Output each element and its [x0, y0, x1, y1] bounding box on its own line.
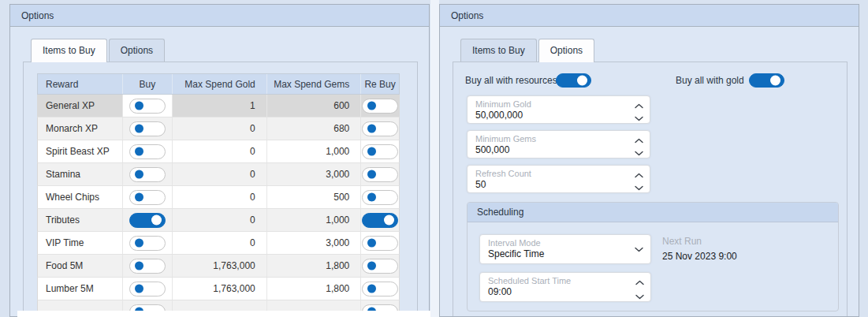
- reward-cell: Stamina: [38, 163, 123, 185]
- max-spend-gems-cell[interactable]: 1,000: [267, 209, 362, 231]
- chevron-down-icon[interactable]: [635, 182, 643, 188]
- re-buy-toggle[interactable]: [362, 167, 398, 182]
- buy-cell: [123, 209, 173, 231]
- re-buy-toggle[interactable]: [362, 282, 398, 296]
- column-header-buy[interactable]: Buy: [123, 74, 173, 94]
- max-spend-gems-cell[interactable]: 680: [267, 117, 362, 140]
- left-options-panel: Options Items to Buy Options Reward Buy …: [9, 4, 430, 317]
- max-spend-gold-cell[interactable]: 0: [173, 209, 267, 231]
- toggle-knob: [770, 76, 780, 86]
- buy-cell: [123, 140, 173, 162]
- table-row[interactable]: Monarch XP 0 680: [37, 117, 400, 140]
- table-row[interactable]: Spirit Beast XP 0 1,000: [37, 140, 400, 163]
- reward-cell: Spirit Beast XP: [38, 140, 123, 162]
- column-header-reward[interactable]: Reward: [38, 74, 123, 94]
- chevron-down-icon[interactable]: [635, 291, 644, 297]
- refresh-count-field[interactable]: Refresh Count 50: [467, 165, 650, 193]
- chevron-up-icon[interactable]: [635, 170, 643, 176]
- reward-cell: Lumber 5M: [38, 278, 123, 300]
- max-spend-gems-cell[interactable]: 3,000: [267, 163, 362, 185]
- max-spend-gold-cell[interactable]: 0: [173, 232, 267, 254]
- max-spend-gold-cell[interactable]: 0: [173, 186, 267, 208]
- scheduled-start-time-field[interactable]: Scheduled Start Time 09:00: [479, 272, 651, 302]
- table-row[interactable]: Tributes 0 1,000: [37, 209, 400, 232]
- scheduling-group: Scheduling Interval Mode Specific Time N…: [467, 202, 839, 311]
- max-spend-gems-cell[interactable]: 1,800: [267, 255, 362, 277]
- re-buy-cell: [361, 186, 399, 208]
- buy-toggle[interactable]: [129, 99, 166, 114]
- buy-toggle[interactable]: [129, 282, 166, 296]
- next-run-label: Next Run: [662, 236, 737, 248]
- interval-mode-dropdown[interactable]: Interval Mode Specific Time: [479, 234, 651, 264]
- max-spend-gold-cell[interactable]: 0: [173, 163, 267, 185]
- chevron-down-icon[interactable]: [635, 244, 643, 255]
- column-header-max-spend-gold[interactable]: Max Spend Gold: [173, 74, 267, 94]
- buy-toggle[interactable]: [129, 259, 166, 274]
- buy-all-with-gold-label: Buy all with gold: [676, 73, 744, 88]
- max-spend-gems-cell[interactable]: 500: [267, 186, 362, 208]
- chevron-up-icon[interactable]: [635, 100, 643, 106]
- buy-cell: [123, 163, 173, 185]
- re-buy-toggle[interactable]: [362, 259, 398, 274]
- spinner-buttons: [633, 135, 644, 154]
- tab-items-to-buy[interactable]: Items to Buy: [460, 39, 537, 62]
- re-buy-toggle[interactable]: [362, 236, 398, 251]
- re-buy-toggle[interactable]: [362, 99, 398, 114]
- tab-options[interactable]: Options: [538, 39, 594, 62]
- toggle-knob: [135, 262, 143, 270]
- items-to-buy-page: Reward Buy Max Spend Gold Max Spend Gems…: [23, 62, 418, 316]
- re-buy-toggle[interactable]: [362, 121, 398, 136]
- re-buy-toggle[interactable]: [362, 213, 398, 228]
- scheduling-group-header: Scheduling: [468, 203, 838, 222]
- max-spend-gold-cell[interactable]: 1,763,000: [173, 255, 267, 277]
- toggle-knob: [135, 170, 143, 179]
- max-spend-gold-cell[interactable]: 1: [173, 95, 267, 117]
- buy-all-with-gold-toggle[interactable]: [749, 73, 784, 88]
- tab-items-to-buy[interactable]: Items to Buy: [31, 39, 107, 62]
- table-row[interactable]: VIP Time 0 3,000: [37, 232, 400, 255]
- buy-toggle[interactable]: [129, 121, 166, 136]
- chevron-down-icon[interactable]: [635, 113, 643, 119]
- buy-toggle[interactable]: [129, 167, 166, 182]
- buy-toggle[interactable]: [129, 190, 166, 205]
- buy-cell: [123, 255, 173, 277]
- table-row[interactable]: Wheel Chips 0 500: [37, 186, 400, 209]
- max-spend-gems-cell[interactable]: 600: [267, 95, 362, 117]
- table-row[interactable]: General XP 1 600: [37, 95, 400, 117]
- buy-toggle[interactable]: [129, 236, 166, 251]
- buy-all-with-resources-toggle[interactable]: [556, 73, 591, 88]
- re-buy-cell: [361, 117, 399, 140]
- chevron-down-icon[interactable]: [635, 147, 643, 154]
- table-row[interactable]: Lumber 5M 1,763,000 1,800: [37, 278, 400, 300]
- table-row[interactable]: Stamina 0 3,000: [37, 163, 400, 186]
- refresh-count-label: Refresh Count: [475, 168, 629, 179]
- toggle-knob: [135, 147, 143, 156]
- max-spend-gold-cell[interactable]: 0: [173, 117, 267, 140]
- spinner-buttons: [634, 277, 645, 297]
- buy-toggle[interactable]: [129, 144, 166, 159]
- right-tab-bar: Items to Buy Options: [460, 39, 596, 62]
- minimum-gold-field[interactable]: Minimum Gold 50,000,000: [467, 95, 650, 124]
- window-edge: [17, 311, 430, 317]
- max-spend-gold-cell[interactable]: 0: [173, 140, 267, 162]
- tab-options[interactable]: Options: [109, 39, 165, 62]
- minimum-gems-field[interactable]: Minimum Gems 500,000: [467, 130, 650, 158]
- buy-toggle[interactable]: [129, 213, 166, 228]
- max-spend-gems-cell[interactable]: 1,000: [267, 140, 362, 162]
- max-spend-gold-cell[interactable]: 1,763,000: [173, 278, 267, 300]
- reward-cell: Tributes: [38, 209, 123, 231]
- re-buy-toggle[interactable]: [362, 144, 398, 159]
- table-row[interactable]: Food 5M 1,763,000 1,800: [37, 255, 400, 278]
- max-spend-gems-cell[interactable]: 3,000: [267, 232, 362, 254]
- chevron-up-icon[interactable]: [635, 135, 643, 141]
- re-buy-toggle[interactable]: [362, 190, 398, 205]
- max-spend-gems-cell[interactable]: 1,800: [267, 278, 362, 300]
- column-header-re-buy[interactable]: Re Buy: [361, 74, 399, 94]
- toggle-knob: [367, 147, 376, 156]
- chevron-up-icon[interactable]: [635, 277, 644, 283]
- left-panel-header: Options: [10, 5, 429, 27]
- toggle-knob: [367, 262, 376, 270]
- scheduling-title: Scheduling: [477, 207, 523, 218]
- re-buy-cell: [361, 140, 399, 162]
- column-header-max-spend-gems[interactable]: Max Spend Gems: [267, 74, 362, 94]
